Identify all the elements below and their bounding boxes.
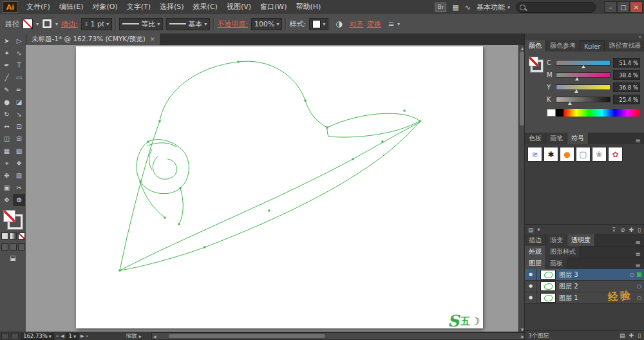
- prev-artboard-icon[interactable]: ◀: [61, 334, 64, 339]
- fill-indicator[interactable]: [529, 57, 538, 66]
- tab-color[interactable]: 颜色: [525, 40, 546, 52]
- symbol-thumb-ribbon[interactable]: ≋: [527, 147, 542, 162]
- tab-artboards[interactable]: 画板: [546, 258, 567, 269]
- opacity-field[interactable]: 100% ▾: [251, 18, 282, 30]
- selection-tool[interactable]: ➤: [1, 35, 13, 47]
- tab-color-guide[interactable]: 颜色参考: [546, 40, 580, 52]
- slider-thumb[interactable]: [574, 90, 578, 93]
- minimize-button[interactable]: –: [604, 1, 617, 13]
- menu-object[interactable]: 对象(O): [88, 0, 122, 14]
- style-dropdown[interactable]: ▾: [309, 18, 328, 30]
- menu-file[interactable]: 文件(F): [22, 0, 55, 14]
- chevron-down-icon[interactable]: ▾: [36, 21, 39, 27]
- tab-transparency[interactable]: 透明度: [567, 234, 595, 246]
- yellow-slider[interactable]: [556, 84, 611, 90]
- delete-layer-icon[interactable]: ▯: [638, 332, 641, 339]
- width-profile-dropdown[interactable]: 等比 ▾: [119, 18, 163, 30]
- status-widget[interactable]: [11, 333, 19, 339]
- brush-definition-dropdown[interactable]: 基本 ▾: [166, 18, 210, 30]
- chevron-down-icon[interactable]: ▾: [397, 21, 400, 27]
- screen-mode-button[interactable]: ⬓: [10, 254, 15, 261]
- lasso-tool[interactable]: ∿: [13, 47, 25, 59]
- symbol-thumb-orb[interactable]: ●: [560, 147, 574, 162]
- selection-indicator[interactable]: [637, 272, 641, 277]
- artboard-tool[interactable]: ▣: [1, 182, 13, 194]
- zoom-field[interactable]: 162.73% ▾: [21, 333, 54, 340]
- collapse-dock-icon[interactable]: «: [638, 34, 641, 40]
- blend-tool[interactable]: ❖: [13, 157, 25, 169]
- gradient-tool[interactable]: ▧: [13, 145, 25, 157]
- tab-swatches[interactable]: 色板: [525, 133, 546, 144]
- rectangle-tool[interactable]: ▭: [13, 71, 25, 84]
- eye-icon[interactable]: ●: [525, 269, 537, 280]
- make-mask-icon[interactable]: ▤: [620, 332, 625, 339]
- gradient-button[interactable]: [10, 232, 17, 240]
- panel-menu-icon[interactable]: ≡: [632, 137, 644, 144]
- menu-effect[interactable]: 效果(C): [189, 0, 222, 14]
- black-value-field[interactable]: 25.4 %: [613, 95, 640, 104]
- magenta-slider[interactable]: [556, 72, 611, 78]
- draw-normal-button[interactable]: [1, 243, 8, 250]
- symbol-libraries-icon[interactable]: ▤: [528, 227, 534, 233]
- target-icon[interactable]: ○: [634, 283, 644, 289]
- close-tab-icon[interactable]: ✕: [150, 36, 155, 42]
- slider-thumb[interactable]: [575, 77, 579, 80]
- draw-inside-button[interactable]: [18, 243, 25, 250]
- workspace-switcher[interactable]: 基本功能 ▾: [477, 3, 510, 12]
- zoom-tool[interactable]: ⊕: [13, 194, 25, 206]
- pencil-tool[interactable]: ✏: [13, 84, 25, 96]
- menu-select[interactable]: 选择(S): [155, 0, 189, 14]
- scale-tool[interactable]: ↘: [13, 108, 25, 120]
- tab-graphic-styles[interactable]: 图形样式: [546, 246, 580, 258]
- menu-edit[interactable]: 编辑(E): [55, 0, 88, 14]
- black-slider[interactable]: [556, 97, 611, 102]
- fill-color-swatch[interactable]: [23, 19, 33, 29]
- line-segment-tool[interactable]: ╱: [1, 71, 13, 84]
- break-link-icon[interactable]: ⊘: [620, 227, 625, 233]
- tool-status[interactable]: 缩放 ▸: [126, 332, 142, 340]
- target-icon[interactable]: ○: [634, 295, 644, 301]
- color-spectrum[interactable]: [564, 109, 640, 117]
- rotate-tool[interactable]: ↻: [1, 108, 13, 120]
- symbol-sprayer-tool[interactable]: ❉: [1, 169, 13, 182]
- tab-kuler[interactable]: Kuler: [580, 42, 605, 52]
- spinner-icon[interactable]: ↕: [84, 21, 89, 27]
- stroke-weight-field[interactable]: ↕ 1 pt ▾: [81, 18, 113, 30]
- place-symbol-icon[interactable]: ↧: [611, 227, 616, 233]
- cyan-value-field[interactable]: 51.4 %: [613, 58, 640, 68]
- eye-icon[interactable]: ●: [525, 281, 537, 292]
- type-tool[interactable]: T: [13, 59, 25, 71]
- layer-name[interactable]: 图层 3: [559, 270, 627, 279]
- document-tab[interactable]: 未标题-1* @ 162.73% (CMYK/预览) ✕: [26, 33, 161, 45]
- direct-selection-tool[interactable]: ▷: [13, 35, 25, 47]
- panel-menu-icon[interactable]: ≡: [632, 250, 644, 258]
- eye-icon[interactable]: ●: [525, 292, 537, 303]
- mesh-tool[interactable]: ▦: [1, 145, 13, 157]
- tab-brushes[interactable]: 画笔: [546, 133, 567, 144]
- symbol-thumb-frame[interactable]: ▢: [576, 147, 591, 162]
- new-layer-icon[interactable]: ✚: [629, 332, 634, 339]
- transform-link[interactable]: 变换: [367, 19, 381, 29]
- tab-gradient[interactable]: 渐变: [546, 234, 567, 246]
- width-tool[interactable]: ↔: [1, 120, 13, 133]
- panel-menu-icon[interactable]: ≡: [632, 262, 644, 269]
- search-input[interactable]: [516, 2, 596, 13]
- tab-stroke[interactable]: 描边: [525, 234, 546, 246]
- menu-window[interactable]: 窗口(W): [256, 0, 291, 14]
- delete-symbol-icon[interactable]: ▯: [638, 227, 641, 233]
- horizontal-scrollbar[interactable]: ◀ ▶: [151, 332, 526, 340]
- yellow-value-field[interactable]: 36.8 %: [613, 82, 640, 92]
- none-button[interactable]: [18, 232, 25, 240]
- scroll-left-icon[interactable]: ◀: [152, 334, 158, 339]
- cs-live-icon[interactable]: ∿: [465, 3, 471, 12]
- slice-tool[interactable]: ✂: [13, 182, 25, 194]
- close-button[interactable]: ✕: [630, 1, 643, 13]
- tab-pathfinder[interactable]: 路径查找器: [605, 40, 644, 52]
- magenta-value-field[interactable]: 38.4 %: [613, 70, 640, 80]
- new-symbol-icon[interactable]: ✚: [629, 227, 634, 233]
- fill-stroke-widget[interactable]: [3, 210, 23, 229]
- chevron-down-icon[interactable]: ▾: [106, 21, 109, 27]
- menu-type[interactable]: 文字(T): [122, 0, 155, 14]
- tab-symbols[interactable]: 符号: [567, 133, 589, 144]
- artboard-number-field[interactable]: 1 ▾: [66, 333, 79, 340]
